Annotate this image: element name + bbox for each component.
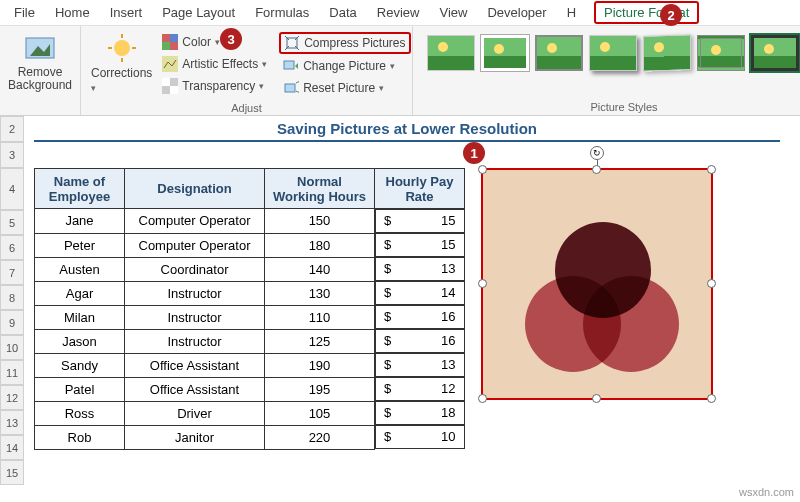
- resize-handle-tl[interactable]: [478, 165, 487, 174]
- resize-handle-tr[interactable]: [707, 165, 716, 174]
- resize-handle-tm[interactable]: [592, 165, 601, 174]
- col-name[interactable]: Name of Employee: [35, 169, 125, 209]
- cell-desig[interactable]: Computer Operator: [125, 209, 265, 234]
- style-thumb-4[interactable]: [589, 35, 637, 71]
- row-header[interactable]: 2: [0, 116, 24, 142]
- cell-desig[interactable]: Office Assistant: [125, 353, 265, 377]
- resize-handle-br[interactable]: [707, 394, 716, 403]
- cell-name[interactable]: Austen: [35, 257, 125, 281]
- tab-truncated[interactable]: H: [557, 1, 586, 24]
- cell-rate[interactable]: $10: [375, 425, 465, 449]
- transparency-icon: [162, 78, 178, 94]
- cell-name[interactable]: Rob: [35, 425, 125, 449]
- cell-desig[interactable]: Computer Operator: [125, 233, 265, 257]
- resize-handle-mr[interactable]: [707, 279, 716, 288]
- group-picture-styles: ▴▾▾ Picture Styles: [413, 26, 800, 115]
- tab-file[interactable]: File: [4, 1, 45, 24]
- style-thumb-3[interactable]: [535, 35, 583, 71]
- cell-rate[interactable]: $16: [375, 305, 465, 329]
- svg-rect-13: [170, 86, 178, 94]
- row-header[interactable]: 15: [0, 460, 24, 485]
- cell-desig[interactable]: Coordinator: [125, 257, 265, 281]
- compress-pictures-button[interactable]: Compress Pictures: [279, 32, 410, 54]
- resize-handle-bl[interactable]: [478, 394, 487, 403]
- cell-rate[interactable]: $13: [375, 353, 465, 377]
- cell-name[interactable]: Patel: [35, 377, 125, 401]
- svg-rect-16: [285, 84, 295, 92]
- cell-name[interactable]: Ross: [35, 401, 125, 425]
- svg-rect-9: [162, 42, 170, 50]
- row-header[interactable]: 9: [0, 310, 24, 335]
- reset-picture-button[interactable]: Reset Picture: [279, 78, 410, 98]
- tab-formulas[interactable]: Formulas: [245, 1, 319, 24]
- corrections-button[interactable]: Corrections: [89, 30, 154, 96]
- tab-insert[interactable]: Insert: [100, 1, 153, 24]
- resize-handle-bm[interactable]: [592, 394, 601, 403]
- col-rate[interactable]: Hourly Pay Rate: [375, 169, 465, 209]
- row-header[interactable]: 12: [0, 385, 24, 410]
- cell-name[interactable]: Agar: [35, 281, 125, 305]
- row-header[interactable]: 7: [0, 260, 24, 285]
- row-header[interactable]: 4: [0, 168, 24, 210]
- cell-hours[interactable]: 190: [265, 353, 375, 377]
- cell-desig[interactable]: Instructor: [125, 281, 265, 305]
- cell-name[interactable]: Peter: [35, 233, 125, 257]
- resize-handle-ml[interactable]: [478, 279, 487, 288]
- cell-hours[interactable]: 110: [265, 305, 375, 329]
- row-header[interactable]: 10: [0, 335, 24, 360]
- tab-data[interactable]: Data: [319, 1, 366, 24]
- cell-rate[interactable]: $14: [375, 281, 465, 305]
- style-thumb-5[interactable]: [643, 34, 691, 72]
- tab-picture-format[interactable]: Picture Format: [594, 1, 699, 24]
- cell-name[interactable]: Jane: [35, 209, 125, 234]
- cell-hours[interactable]: 195: [265, 377, 375, 401]
- cell-rate[interactable]: $15: [375, 233, 465, 257]
- cell-rate[interactable]: $16: [375, 329, 465, 353]
- cell-hours[interactable]: 180: [265, 233, 375, 257]
- cell-rate[interactable]: $15: [375, 209, 465, 233]
- style-thumb-7[interactable]: [751, 35, 799, 71]
- rotate-handle[interactable]: [590, 146, 604, 160]
- row-header[interactable]: 3: [0, 142, 24, 168]
- remove-background-button[interactable]: Remove Background: [8, 30, 72, 94]
- cell-hours[interactable]: 150: [265, 209, 375, 234]
- selected-picture[interactable]: [481, 168, 713, 400]
- col-hours[interactable]: Normal Working Hours: [265, 169, 375, 209]
- cell-name[interactable]: Milan: [35, 305, 125, 329]
- row-header[interactable]: 14: [0, 435, 24, 460]
- cell-desig[interactable]: Driver: [125, 401, 265, 425]
- row-header[interactable]: 5: [0, 210, 24, 235]
- tab-review[interactable]: Review: [367, 1, 430, 24]
- color-button[interactable]: Color: [158, 32, 271, 52]
- tab-page-layout[interactable]: Page Layout: [152, 1, 245, 24]
- cell-name[interactable]: Jason: [35, 329, 125, 353]
- transparency-button[interactable]: Transparency: [158, 76, 271, 96]
- cell-rate[interactable]: $12: [375, 377, 465, 401]
- cell-desig[interactable]: Instructor: [125, 305, 265, 329]
- cell-desig[interactable]: Janitor: [125, 425, 265, 449]
- tab-home[interactable]: Home: [45, 1, 100, 24]
- callout-badge-2: 2: [660, 4, 682, 26]
- col-designation[interactable]: Designation: [125, 169, 265, 209]
- row-header[interactable]: 8: [0, 285, 24, 310]
- cell-desig[interactable]: Office Assistant: [125, 377, 265, 401]
- cell-rate[interactable]: $13: [375, 257, 465, 281]
- cell-hours[interactable]: 105: [265, 401, 375, 425]
- cell-desig[interactable]: Instructor: [125, 329, 265, 353]
- tab-developer[interactable]: Developer: [477, 1, 556, 24]
- row-header[interactable]: 6: [0, 235, 24, 260]
- cell-hours[interactable]: 140: [265, 257, 375, 281]
- cell-hours[interactable]: 220: [265, 425, 375, 449]
- artistic-effects-button[interactable]: Artistic Effects: [158, 54, 271, 74]
- style-thumb-2[interactable]: [481, 35, 529, 71]
- style-thumb-1[interactable]: [427, 35, 475, 71]
- cell-name[interactable]: Sandy: [35, 353, 125, 377]
- style-thumb-6[interactable]: [697, 35, 745, 71]
- row-header[interactable]: 13: [0, 410, 24, 435]
- cell-hours[interactable]: 125: [265, 329, 375, 353]
- change-picture-button[interactable]: Change Picture: [279, 56, 410, 76]
- cell-rate[interactable]: $18: [375, 401, 465, 425]
- tab-view[interactable]: View: [429, 1, 477, 24]
- cell-hours[interactable]: 130: [265, 281, 375, 305]
- row-header[interactable]: 11: [0, 360, 24, 385]
